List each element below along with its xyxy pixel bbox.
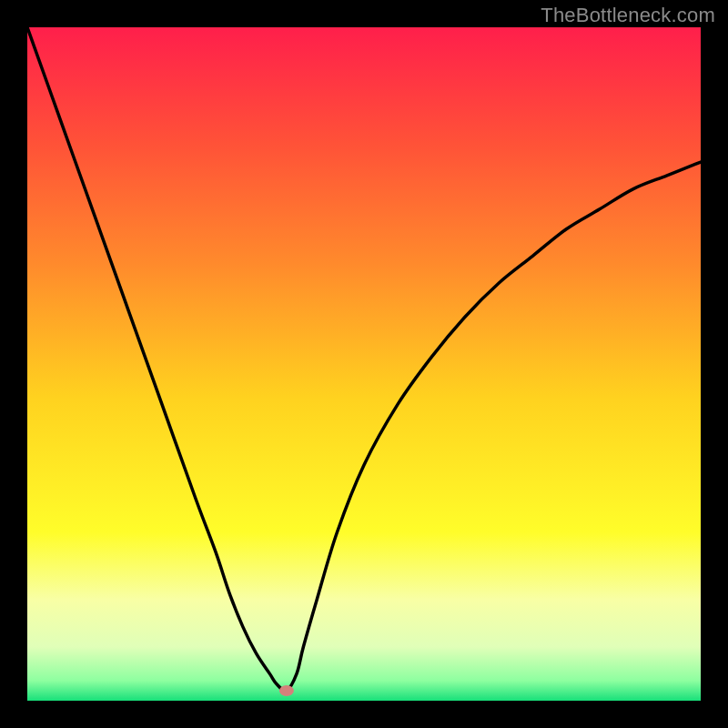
watermark-text: TheBottleneck.com (541, 4, 715, 27)
chart-background (27, 27, 701, 701)
optimal-point-marker (279, 685, 294, 696)
chart-frame: TheBottleneck.com (0, 0, 728, 728)
bottleneck-chart (27, 27, 701, 701)
